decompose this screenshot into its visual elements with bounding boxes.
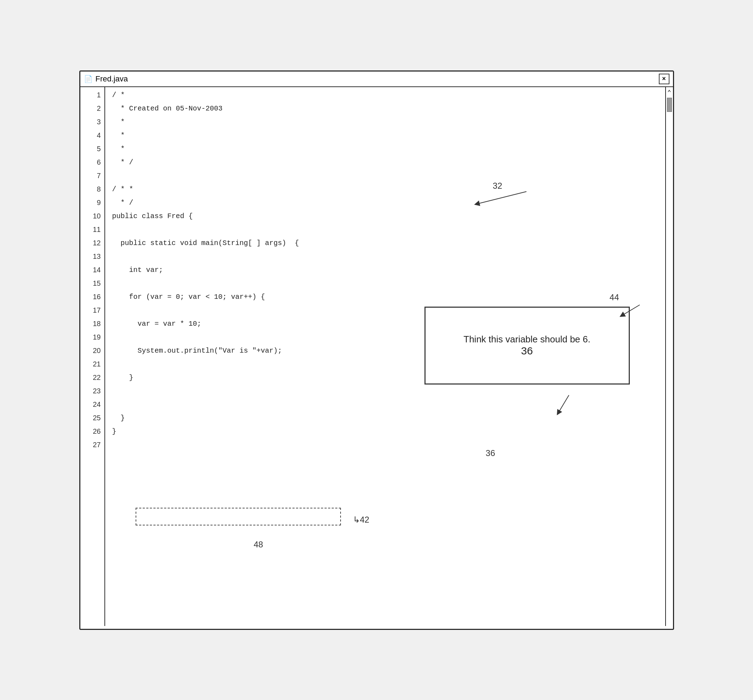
line-num-3: 3 [80, 116, 105, 129]
annotation-36-label: 36 [486, 448, 495, 458]
line-num-1: 1 [80, 89, 105, 102]
code-line-15 [112, 277, 658, 290]
close-button[interactable]: × [659, 73, 669, 84]
line-num-24: 24 [80, 398, 105, 411]
line-num-21: 21 [80, 358, 105, 371]
line-num-10: 10 [80, 209, 105, 223]
code-line-7 [112, 169, 658, 183]
code-line-9: * / [112, 196, 658, 209]
file-icon: 📄 [84, 75, 93, 83]
code-line-8: / * * [112, 183, 658, 196]
code-line-27 [112, 438, 658, 452]
line-num-27: 27 [80, 438, 105, 452]
code-line-10: public class Fred { [112, 209, 658, 223]
title-bar-left: 📄 Fred.java [84, 74, 128, 84]
line-num-25: 25 [80, 411, 105, 425]
code-line-26: } [112, 425, 658, 438]
code-line-23 [112, 384, 658, 398]
annotation-48-label: 48 [254, 540, 263, 550]
line-num-8: 8 [80, 183, 105, 196]
line-num-14: 14 [80, 263, 105, 277]
comment-box: Think this variable should be 6. 36 [425, 306, 630, 384]
window-title: Fred.java [95, 74, 128, 84]
line-num-13: 13 [80, 250, 105, 263]
editor-body: 1 2 3 4 5 6 7 8 9 10 11 12 13 14 15 16 1… [80, 87, 673, 626]
code-line-1: / * [112, 89, 658, 102]
dashed-selection-box [136, 508, 341, 525]
scroll-up-button[interactable]: ⌃ [667, 89, 671, 96]
line-numbers: 1 2 3 4 5 6 7 8 9 10 11 12 13 14 15 16 1… [80, 87, 105, 626]
scrollbar[interactable]: ⌃ [665, 87, 673, 626]
line-num-9: 9 [80, 196, 105, 209]
code-line-25: } [112, 411, 658, 425]
line-num-15: 15 [80, 277, 105, 290]
comment-text-line2: 36 [521, 345, 533, 357]
line-num-23: 23 [80, 384, 105, 398]
line-num-7: 7 [80, 169, 105, 183]
code-line-5: * [112, 142, 658, 156]
line-num-17: 17 [80, 304, 105, 317]
code-line-2: * Created on 05-Nov-2003 [112, 102, 658, 116]
line-num-4: 4 [80, 129, 105, 142]
code-line-4: * [112, 129, 658, 142]
code-line-3: * [112, 116, 658, 129]
annotation-32-label: 32 [493, 181, 502, 191]
code-area: / * * Created on 05-Nov-2003 * * * * / /… [105, 87, 665, 626]
comment-text-line1: Think this variable should be 6. [463, 334, 590, 345]
outer-container: 📄 Fred.java × 1 2 3 4 5 6 7 8 9 10 11 12… [58, 53, 695, 648]
editor-window: 📄 Fred.java × 1 2 3 4 5 6 7 8 9 10 11 12… [79, 70, 674, 630]
line-num-26: 26 [80, 425, 105, 438]
line-num-5: 5 [80, 142, 105, 156]
code-line-13 [112, 250, 658, 263]
code-line-11 [112, 223, 658, 236]
code-line-6: * / [112, 156, 658, 169]
line-num-16: 16 [80, 290, 105, 304]
title-bar: 📄 Fred.java × [80, 72, 673, 87]
code-line-14: int var; [112, 263, 658, 277]
line-num-6: 6 [80, 156, 105, 169]
scroll-thumb[interactable] [667, 98, 672, 112]
code-line-12: public static void main(String[ ] args) … [112, 236, 658, 250]
line-num-12: 12 [80, 236, 105, 250]
line-num-20: 20 [80, 344, 105, 358]
line-num-11: 11 [80, 223, 105, 236]
annotation-44-label: 44 [609, 292, 619, 302]
line-num-2: 2 [80, 102, 105, 116]
code-line-24 [112, 398, 658, 411]
line-num-22: 22 [80, 371, 105, 384]
code-line-16: for (var = 0; var < 10; var++) { [112, 290, 658, 304]
line-num-19: 19 [80, 331, 105, 344]
line-num-18: 18 [80, 317, 105, 331]
annotation-42-label: ↳42 [353, 515, 370, 525]
